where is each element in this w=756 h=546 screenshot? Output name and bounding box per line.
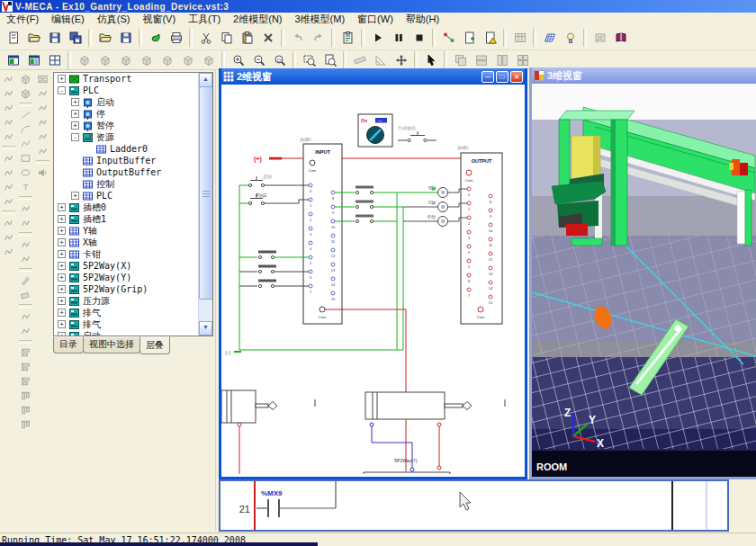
- clamp-tool-button[interactable]: [1, 72, 16, 86]
- fitting-b-button[interactable]: [1, 230, 16, 245]
- tree-item-资源[interactable]: -资源: [54, 131, 199, 143]
- zoom-page-button[interactable]: [320, 51, 340, 68]
- expand-icon[interactable]: +: [58, 227, 66, 235]
- tree-item-Ladder0[interactable]: Ladder0: [54, 143, 199, 155]
- select-pointer-button[interactable]: [420, 51, 441, 68]
- layout-quad-button[interactable]: [44, 51, 65, 68]
- signal-connect-button[interactable]: [438, 28, 459, 48]
- tab-视图中选择[interactable]: 视图中选择: [83, 336, 140, 354]
- eraser-button[interactable]: [18, 288, 33, 302]
- lamp-button[interactable]: [560, 28, 580, 48]
- expand-icon[interactable]: +: [58, 332, 66, 336]
- align-left-button[interactable]: [18, 345, 33, 360]
- part-rotate-button[interactable]: [18, 252, 33, 266]
- tree-item-插槽1[interactable]: +插槽1: [54, 213, 199, 225]
- bracket-button[interactable]: [1, 130, 16, 144]
- rotate-button[interactable]: [18, 216, 33, 230]
- tree-item-5P2Way(Grip)[interactable]: +5P2Way(Grip): [54, 283, 199, 295]
- export-report-button[interactable]: [459, 28, 480, 48]
- menu-help[interactable]: 帮助(H): [400, 13, 446, 26]
- expand-icon[interactable]: +: [58, 285, 66, 293]
- expand-icon[interactable]: +: [58, 203, 66, 211]
- close-button[interactable]: ✕: [510, 71, 523, 83]
- scroll-down-icon[interactable]: ▼: [199, 321, 212, 336]
- pliers-button[interactable]: [35, 86, 50, 101]
- simulation-settings-button[interactable]: [338, 28, 358, 48]
- ball-d-button[interactable]: [1, 194, 16, 209]
- scale-button[interactable]: [18, 201, 33, 216]
- zoom-all-button[interactable]: Q: [269, 51, 290, 68]
- align-middle-button[interactable]: [18, 403, 33, 417]
- minimize-button[interactable]: ─: [482, 71, 494, 83]
- export-check-button[interactable]: [480, 28, 500, 48]
- tree-item-Y轴[interactable]: +Y轴: [54, 225, 199, 237]
- pan-button[interactable]: [391, 51, 411, 68]
- speaker-button[interactable]: [35, 166, 50, 180]
- copy-button[interactable]: [216, 28, 237, 48]
- tab-目录[interactable]: 目录: [53, 336, 84, 354]
- menu-2d-model[interactable]: 2维模型(N): [227, 13, 288, 26]
- block-iso-a-button[interactable]: [18, 72, 33, 86]
- maximize-button[interactable]: □: [496, 71, 508, 83]
- tree-item-5P2Way(X)[interactable]: +5P2Way(X): [54, 260, 199, 272]
- ball-a-button[interactable]: [1, 151, 16, 166]
- half-disc-button[interactable]: [1, 115, 16, 130]
- pen-button[interactable]: [18, 273, 33, 288]
- draw-polyline-button[interactable]: [18, 137, 33, 151]
- collapse-icon[interactable]: -: [58, 86, 66, 94]
- 3d-viewport[interactable]: Z Y X ROOM: [532, 84, 756, 477]
- ladder-editor-canvas[interactable]: 21 %MX9: [220, 481, 727, 530]
- expand-icon[interactable]: +: [71, 98, 79, 106]
- expand-icon[interactable]: +: [58, 320, 66, 328]
- tree-item-卡钳[interactable]: +卡钳: [54, 248, 199, 260]
- tree-scrollbar[interactable]: ▲ ▼: [198, 73, 212, 336]
- tree-item-PLC[interactable]: -PLC: [54, 85, 199, 96]
- save-all-button[interactable]: [65, 28, 86, 48]
- tree-item-暂停[interactable]: +暂停: [54, 120, 199, 131]
- ramp-a-button[interactable]: [18, 309, 33, 324]
- save-project-button[interactable]: [115, 28, 136, 48]
- align-top-button[interactable]: [18, 389, 33, 403]
- tab-层叠[interactable]: 层叠: [140, 336, 170, 354]
- new-file-button[interactable]: [3, 28, 23, 48]
- layout-split-button[interactable]: [23, 51, 44, 68]
- menu-window[interactable]: 窗口(W): [351, 13, 400, 26]
- align-right-button[interactable]: [18, 374, 33, 389]
- tree-item-插槽0[interactable]: +插槽0: [54, 201, 199, 213]
- open-project-button[interactable]: [94, 28, 115, 48]
- expand-icon[interactable]: +: [58, 250, 66, 258]
- manual-book-button[interactable]: [610, 28, 631, 48]
- menu-tools[interactable]: 工具(T): [182, 13, 227, 26]
- block-iso-b-button[interactable]: [18, 86, 33, 101]
- power-switch[interactable]: On Off: [358, 114, 392, 147]
- paste-button[interactable]: [237, 28, 257, 48]
- animal-button[interactable]: [35, 115, 50, 130]
- 2d-schematic-canvas[interactable]: (+) On Off 生成物品: [221, 85, 525, 474]
- tree-item-InputBuffer[interactable]: InputBuffer: [54, 155, 199, 166]
- expand-icon[interactable]: +: [71, 110, 79, 118]
- draw-rect-button[interactable]: [18, 151, 33, 166]
- grid-3d-button[interactable]: [539, 28, 560, 48]
- align-center-button[interactable]: [18, 360, 33, 374]
- draw-arc-button[interactable]: [18, 122, 33, 137]
- tree-item-启动[interactable]: +启动: [54, 96, 199, 108]
- save-file-button[interactable]: [44, 28, 65, 48]
- run-button[interactable]: [367, 28, 388, 48]
- menu-file[interactable]: 文件(F): [0, 13, 45, 26]
- handwheel-button[interactable]: [1, 101, 16, 115]
- expand-icon[interactable]: +: [58, 262, 66, 270]
- tree-item-启动[interactable]: +启动: [54, 330, 199, 336]
- menu-3d-model[interactable]: 3维模型(M): [289, 13, 352, 26]
- tree-item-X轴[interactable]: +X轴: [54, 237, 199, 248]
- 2d-window-titlebar[interactable]: 2维视窗 ─ □ ✕: [221, 68, 525, 85]
- cut-button[interactable]: [195, 28, 216, 48]
- part-translate-button[interactable]: [18, 237, 33, 252]
- ball-b-button[interactable]: [1, 166, 16, 180]
- expand-icon[interactable]: +: [58, 238, 66, 246]
- tree-item-PLC[interactable]: +PLC: [54, 190, 199, 201]
- tree-item-控制[interactable]: 控制: [54, 178, 199, 190]
- menu-edit[interactable]: 编辑(E): [45, 13, 91, 26]
- zoom-in-button[interactable]: [228, 51, 248, 68]
- expand-icon[interactable]: +: [58, 309, 66, 317]
- expand-icon[interactable]: +: [58, 215, 66, 223]
